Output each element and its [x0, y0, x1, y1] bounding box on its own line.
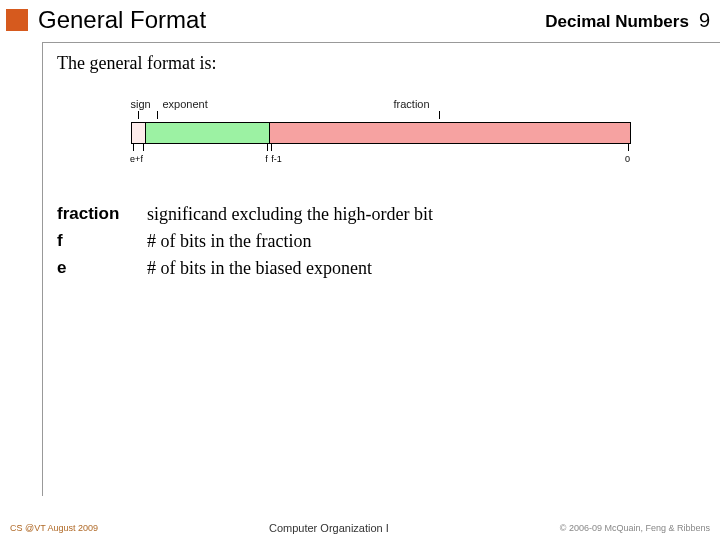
diagram-arrows-bottom [131, 144, 631, 154]
label-fraction: fraction [274, 98, 631, 112]
bitlabel-0: 0 [625, 154, 630, 164]
title-wrap: General Format [6, 6, 206, 34]
term-e: e [57, 258, 147, 279]
label-sign: sign [131, 98, 159, 112]
footer-left: CS @VT August 2009 [10, 523, 98, 533]
defn-f: # of bits in the fraction [147, 231, 704, 252]
header: General Format Decimal Numbers 9 [0, 0, 720, 40]
footer-right: © 2006-09 McQuain, Feng & Ribbens [560, 523, 710, 533]
footer-center: Computer Organization I [269, 522, 389, 534]
segment-exponent [146, 123, 270, 143]
diagram-bar [131, 122, 631, 144]
header-right: Decimal Numbers 9 [545, 9, 710, 32]
segment-fraction [270, 123, 630, 143]
bitlabel-fminus1: f-1 [271, 154, 282, 164]
intro-text: The general format is: [57, 53, 704, 74]
footer: CS @VT August 2009 Computer Organization… [0, 522, 720, 534]
page-number: 9 [699, 9, 710, 32]
content-area: The general format is: sign exponent fra… [42, 42, 720, 496]
diagram-bit-labels: e+f f f-1 0 [131, 154, 631, 166]
definitions: fraction significand excluding the high-… [57, 204, 704, 279]
term-f: f [57, 231, 147, 252]
slide-title: General Format [38, 6, 206, 34]
bullet-icon [6, 9, 28, 31]
slide: General Format Decimal Numbers 9 The gen… [0, 0, 720, 540]
defn-fraction: significand excluding the high-order bit [147, 204, 704, 225]
diagram-labels: sign exponent fraction [131, 98, 631, 112]
diagram-arrows-top [131, 112, 631, 122]
bitlabel-f: f [265, 154, 268, 164]
label-exponent: exponent [159, 98, 274, 112]
segment-sign [132, 123, 146, 143]
format-diagram: sign exponent fraction e+f f [131, 98, 631, 166]
bitlabel-ef: e+f [130, 154, 143, 164]
defn-e: # of bits in the biased exponent [147, 258, 704, 279]
term-fraction: fraction [57, 204, 147, 225]
topic-label: Decimal Numbers [545, 12, 689, 32]
